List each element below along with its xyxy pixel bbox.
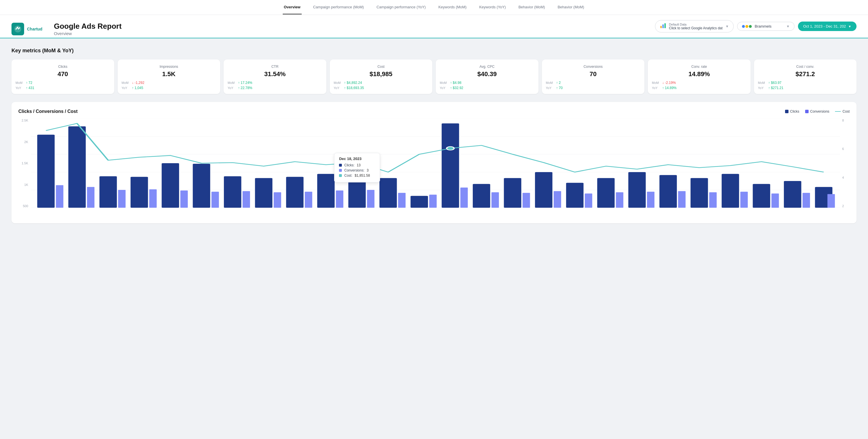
svg-rect-29: [535, 172, 553, 208]
clicks-legend-icon: [785, 110, 788, 113]
date-range-value: Oct 1, 2023 - Dec 31, 202: [803, 24, 846, 28]
svg-point-3: [19, 27, 20, 28]
svg-rect-47: [305, 192, 312, 208]
conversions-legend-label: Conversions: [810, 110, 830, 114]
metric-name: Conversions: [546, 65, 641, 69]
mom-label: MoM: [440, 81, 448, 85]
svg-rect-24: [379, 178, 397, 208]
metric-card-clicks: Clicks 470 MoM ↑ 72 YoY ↑ 431: [11, 59, 114, 94]
svg-rect-41: [118, 190, 125, 208]
svg-rect-42: [149, 189, 157, 208]
svg-rect-15: [99, 176, 117, 208]
yoy-label: YoY: [652, 86, 660, 90]
svg-rect-55: [554, 191, 561, 208]
mom-label: MoM: [122, 81, 130, 85]
svg-rect-39: [56, 185, 63, 208]
svg-rect-64: [828, 194, 835, 208]
metric-mom-row: MoM ↑ 17.24%: [228, 81, 322, 85]
nav-item-overview[interactable]: Overview: [283, 0, 302, 14]
metric-rows: MoM ↓ -1,292 YoY ↑ 1,045: [122, 81, 216, 90]
metric-rows: MoM ↑ 72 YoY ↑ 431: [16, 81, 110, 90]
metric-yoy-row: YoY ↑ $32.92: [440, 86, 534, 90]
nav-item-campaign-mom[interactable]: Campaign performance (MoM): [312, 0, 365, 14]
metric-value: $18,985: [334, 70, 429, 78]
yoy-value: ↑ 22.78%: [238, 86, 252, 90]
account-selector[interactable]: Brammels ▼: [737, 22, 795, 31]
svg-point-1: [16, 28, 17, 30]
svg-rect-5: [662, 24, 663, 28]
chart-legend: Clicks Conversions Cost: [785, 110, 849, 114]
chart-title: Clicks / Conversions / Cost: [19, 109, 78, 114]
metric-yoy-row: YoY ↑ $271.21: [758, 86, 853, 90]
analytics-icon: [660, 22, 666, 30]
svg-rect-32: [628, 172, 646, 208]
svg-rect-45: [243, 191, 250, 208]
mom-label: MoM: [546, 81, 555, 85]
metrics-section-title: Key metrics (MoM & YoY): [11, 48, 857, 54]
date-range-selector[interactable]: Oct 1, 2023 - Dec 31, 202 ▼: [798, 22, 857, 31]
svg-rect-60: [709, 192, 717, 208]
metric-rows: MoM ↑ 17.24% YoY ↑ 22.78%: [228, 81, 322, 90]
svg-rect-59: [678, 191, 685, 208]
data-selector[interactable]: Default Data Click to select Google Anal…: [655, 20, 734, 32]
mom-label: MoM: [228, 81, 236, 85]
svg-rect-16: [131, 177, 148, 208]
metric-name: Cost: [334, 65, 429, 69]
svg-rect-4: [660, 26, 662, 28]
svg-rect-56: [585, 193, 592, 208]
metric-value: 31.54%: [228, 70, 322, 78]
nav-item-keywords-mom[interactable]: Keywords (MoM): [437, 0, 468, 14]
mom-label: MoM: [16, 81, 24, 85]
svg-rect-43: [180, 191, 188, 208]
legend-conversions: Conversions: [805, 110, 830, 114]
mom-value: ↓ -2.19%: [662, 81, 676, 85]
yoy-label: YoY: [334, 86, 342, 90]
svg-rect-48: [336, 191, 343, 208]
svg-rect-61: [740, 192, 748, 208]
yoy-value: ↑ $18,693.35: [344, 86, 364, 90]
svg-rect-21: [286, 177, 304, 208]
svg-rect-52: [460, 187, 468, 208]
yoy-value: ↑ 14.89%: [662, 86, 677, 90]
data-selector-text: Default Data Click to select Google Anal…: [669, 23, 723, 30]
svg-rect-20: [255, 178, 272, 208]
mom-value: ↑ $63.97: [768, 81, 782, 85]
y-right-4: 4: [842, 176, 844, 179]
svg-rect-6: [664, 23, 665, 28]
svg-rect-28: [504, 178, 521, 208]
y-axis-right: 8 6 4 2: [841, 119, 849, 208]
svg-rect-27: [473, 184, 490, 208]
metric-mom-row: MoM ↓ -1,292: [122, 81, 216, 85]
nav-item-campaign-yoy[interactable]: Campaign performance (YoY): [375, 0, 427, 14]
yoy-value: ↑ 1,045: [132, 86, 143, 90]
svg-rect-62: [772, 193, 779, 208]
metric-value: $271.2: [758, 70, 853, 78]
svg-rect-34: [691, 178, 708, 208]
y-right-2: 2: [842, 204, 844, 208]
svg-rect-54: [522, 193, 530, 208]
main-content: Key metrics (MoM & YoY) Clicks 470 MoM ↑…: [0, 38, 868, 232]
nav-item-behavior-mom-1[interactable]: Behavior (MoM): [517, 0, 546, 14]
legend-cost: Cost: [835, 110, 849, 114]
mom-value: ↓ -1,292: [132, 81, 144, 85]
svg-rect-51: [429, 195, 437, 208]
y-label-1500: 1.5K: [22, 162, 28, 165]
nav-item-behavior-mom-2[interactable]: Behavior (MoM): [557, 0, 585, 14]
nav-item-keywords-yoy[interactable]: Keywords (YoY): [478, 0, 507, 14]
metric-yoy-row: YoY ↑ $18,693.35: [334, 86, 429, 90]
svg-rect-14: [68, 126, 86, 208]
metric-rows: MoM ↑ $63.97 YoY ↑ $271.21: [758, 81, 853, 90]
account-chevron-icon: ▼: [786, 24, 789, 28]
chart-section: Clicks / Conversions / Cost Clicks Conve…: [11, 102, 857, 223]
metric-value: $40.39: [440, 70, 534, 78]
svg-rect-58: [647, 192, 654, 208]
chevron-down-icon: ▼: [725, 24, 729, 28]
metric-value: 14.89%: [652, 70, 747, 78]
y-right-8: 8: [842, 119, 844, 122]
header-controls: Default Data Click to select Google Anal…: [655, 20, 857, 38]
svg-rect-13: [37, 135, 55, 208]
metric-name: Cost / conv.: [758, 65, 853, 69]
report-title: Google Ads Report: [54, 22, 122, 31]
metric-name: Avg. CPC: [440, 65, 534, 69]
metric-rows: MoM ↑ 2 YoY ↑ 70: [546, 81, 641, 90]
